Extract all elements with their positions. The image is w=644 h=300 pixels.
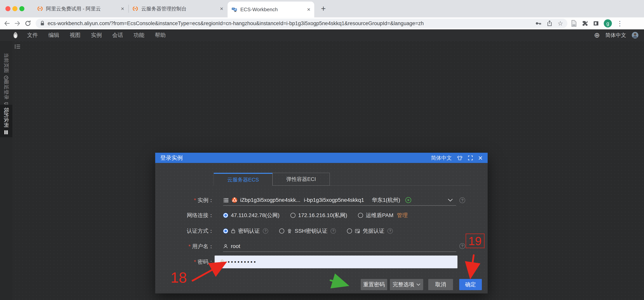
menu-instance[interactable]: 实例 <box>89 31 104 40</box>
instance-select[interactable]: iZbp1g3i5xogp5ne4skk... i-bp1g3i5xogp5ne… <box>223 195 456 206</box>
tab-ecs[interactable]: 云服务器ECS <box>214 173 272 186</box>
bookmark-star-icon[interactable]: ☆ <box>558 20 563 27</box>
radio-selected-icon[interactable] <box>223 229 228 234</box>
password-input[interactable]: ••••••••• <box>214 256 458 268</box>
macos-minimize-button[interactable] <box>12 6 18 11</box>
notes-document-icon[interactable] <box>571 20 577 27</box>
add-circle-icon[interactable]: ⊕ <box>594 31 600 39</box>
language-selector[interactable]: 简体中文 <box>605 32 626 39</box>
username-label: *用户名： <box>159 243 214 250</box>
instance-help-icon[interactable]: ? <box>460 197 465 203</box>
https-lock-icon <box>40 20 45 26</box>
radio-ssh-key-auth[interactable]: SSH密钥认证 ? <box>279 227 336 235</box>
fullscreen-icon[interactable] <box>468 155 473 161</box>
workbench-page: 文件 编辑 视图 实例 会话 功能 帮助 ⊕ 简体中文 当前页面 最近登录 <box>0 29 644 300</box>
instance-region: 华东1(杭州) <box>372 196 400 204</box>
radio-selected-icon[interactable] <box>223 213 228 218</box>
radio-pam[interactable]: 运维盾PAM 管理 <box>358 212 408 219</box>
sidebar-item-recent-login[interactable]: 最近登录 <box>0 80 12 107</box>
password-key-icon[interactable] <box>535 20 542 27</box>
cancel-button[interactable]: 取消 <box>428 279 453 290</box>
instance-name: iZbp1g3i5xogp5ne4skk... <box>240 197 300 203</box>
reset-password-button[interactable]: 重置密码 <box>361 279 387 290</box>
menu-file[interactable]: 文件 <box>25 31 40 40</box>
new-tab-button[interactable]: + <box>319 4 328 13</box>
menu-features[interactable]: 功能 <box>132 31 146 40</box>
close-icon[interactable]: × <box>478 154 482 161</box>
radio-icon[interactable] <box>358 213 363 218</box>
button-label: 确定 <box>465 281 476 288</box>
radio-private-ip[interactable]: 172.16.216.10(私网) <box>290 212 347 219</box>
option-label: 凭据认证 <box>363 227 384 235</box>
workbench-menubar: 文件 编辑 视图 实例 会话 功能 帮助 ⊕ 简体中文 <box>0 29 644 41</box>
share-icon[interactable] <box>546 20 553 27</box>
button-label: 完整选项 <box>393 281 414 288</box>
tab-eci[interactable]: 弹性容器ECI <box>272 173 330 186</box>
menubar-right: ⊕ 简体中文 <box>594 31 638 39</box>
side-panel-icon[interactable] <box>593 20 599 26</box>
macos-close-button[interactable] <box>6 6 10 11</box>
tab-label: 弹性容器ECI <box>286 176 316 183</box>
menu-view[interactable]: 视图 <box>68 31 82 40</box>
reload-icon[interactable] <box>24 20 31 27</box>
login-instance-dialog: 登录实例 简体中文 × 云服务器ECS 弹性容器ECI *实例： <box>155 153 488 294</box>
dialog-titlebar[interactable]: 登录实例 简体中文 × <box>155 153 488 163</box>
radio-icon[interactable] <box>290 213 296 218</box>
username-field[interactable]: root <box>223 241 456 252</box>
option-label: 运维盾PAM <box>366 212 394 219</box>
sidebar-item-current-page[interactable]: 当前页面 <box>0 53 12 80</box>
browser-menu-icon[interactable]: ⋮ <box>616 19 623 27</box>
browser-tab-aliyun-trial[interactable]: 阿里云免费试用 - 阿里云 × <box>33 0 128 17</box>
server-stack-icon <box>223 197 229 203</box>
password-lock-icon <box>220 259 225 265</box>
browser-tab-strip: 阿里云免费试用 - 阿里云 × 云服务器管理控制台 × ECS-Workbenc… <box>0 0 644 17</box>
dialog-language-selector[interactable]: 简体中文 <box>431 154 452 161</box>
extensions-puzzle-icon[interactable] <box>582 20 588 27</box>
option-label: 172.16.216.10(私网) <box>298 212 347 219</box>
credential-icon <box>355 228 360 234</box>
browser-tab-ecs-console[interactable]: 云服务器管理控制台 × <box>128 0 227 17</box>
pam-manage-link[interactable]: 管理 <box>397 212 408 219</box>
browser-tab-ecs-workbench-active[interactable]: ECS-Workbench × <box>228 1 314 17</box>
forward-icon[interactable] <box>14 20 21 27</box>
help-icon[interactable]: ? <box>330 228 336 234</box>
key-badge-icon <box>287 228 292 234</box>
help-icon[interactable]: ? <box>263 228 268 234</box>
auth-label: 认证方式： <box>159 227 214 235</box>
radio-icon[interactable] <box>279 229 284 234</box>
back-icon[interactable] <box>4 20 10 27</box>
password-masked-value: ••••••••• <box>228 259 257 265</box>
help-icon[interactable]: ? <box>388 228 393 234</box>
radio-password-auth[interactable]: 密码认证 ? <box>223 227 268 235</box>
radio-public-ip[interactable]: 47.110.242.78(公网) <box>223 212 280 219</box>
menu-session[interactable]: 会话 <box>110 31 125 40</box>
instance-row: *实例： iZbp1g3i5xogp5ne4skk... i-bp1g3i5xo… <box>159 195 456 206</box>
tab-close-icon[interactable]: × <box>220 5 223 12</box>
tab-title: 阿里云免费试用 - 阿里云 <box>46 5 118 12</box>
dialog-title: 登录实例 <box>160 154 183 162</box>
tab-label: 云服务器ECS <box>227 176 259 183</box>
url-bar[interactable]: ecs-workbench.aliyun.com/?from=EcsConsol… <box>36 19 567 28</box>
username-help-icon[interactable]: ? <box>460 243 465 249</box>
full-options-button[interactable]: 完整选项 <box>390 279 423 290</box>
macos-maximize-button[interactable] <box>19 6 24 11</box>
panel-toggle-icon[interactable] <box>14 44 21 49</box>
sidebar-item-label: 我的实例 <box>3 107 10 127</box>
tab-close-icon[interactable]: × <box>307 6 310 13</box>
browser-profile-avatar[interactable]: g <box>604 19 612 27</box>
radio-icon[interactable] <box>347 229 352 234</box>
tab-close-icon[interactable]: × <box>121 5 124 12</box>
chevron-down-icon[interactable] <box>448 198 453 202</box>
theme-tshirt-icon[interactable] <box>457 155 463 160</box>
sidebar-item-label: 当前页面 <box>3 53 10 73</box>
menu-edit[interactable]: 编辑 <box>46 31 61 40</box>
workbench-favicon-icon <box>232 6 237 12</box>
username-row: *用户名： root <box>159 241 456 252</box>
toolbar-extensions-area: g ⋮ <box>571 19 623 27</box>
menu-help[interactable]: 帮助 <box>153 31 168 40</box>
sidebar-item-my-instances[interactable]: 我的实例 <box>0 105 12 137</box>
radio-credential-auth[interactable]: 凭据认证 ? <box>347 227 393 235</box>
confirm-button[interactable]: 确定 <box>459 279 482 290</box>
user-avatar[interactable] <box>632 32 638 39</box>
aliyun-favicon-icon <box>37 6 43 11</box>
